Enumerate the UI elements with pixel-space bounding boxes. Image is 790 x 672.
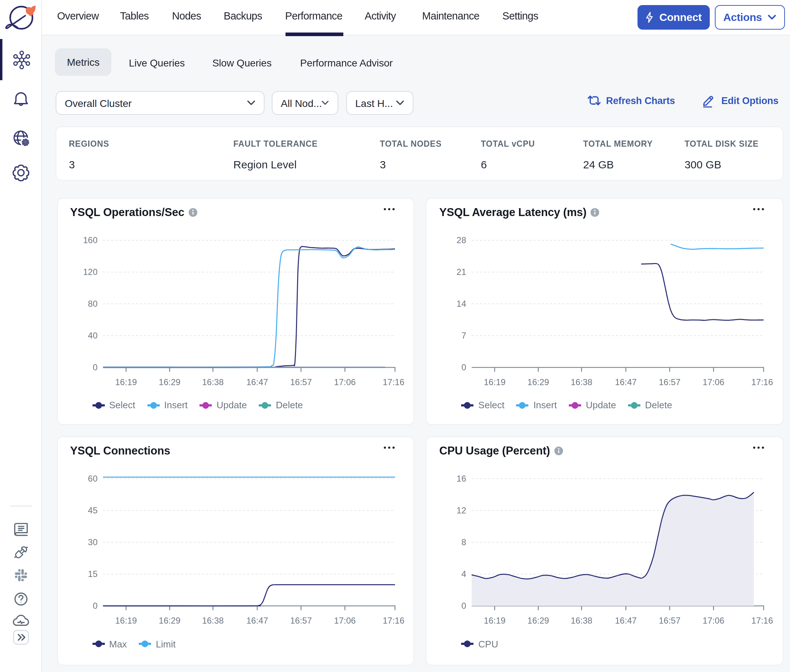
svg-text:16:38: 16:38 [202,377,223,387]
svg-text:120: 120 [83,267,97,277]
svg-text:16:38: 16:38 [571,377,593,387]
svg-text:0: 0 [462,601,466,611]
svg-text:45: 45 [87,506,97,515]
svg-text:17:16: 17:16 [752,377,773,387]
svg-text:16:29: 16:29 [158,377,180,387]
svg-text:16:57: 16:57 [290,377,311,387]
svg-text:16:29: 16:29 [158,616,180,626]
svg-text:16:19: 16:19 [115,616,136,626]
svg-text:17:16: 17:16 [382,616,404,626]
svg-text:17:16: 17:16 [382,377,404,387]
svg-text:4: 4 [462,569,466,579]
svg-text:0: 0 [93,601,97,611]
svg-text:60: 60 [87,474,97,483]
svg-text:16:47: 16:47 [615,616,637,626]
svg-text:40: 40 [87,330,97,340]
svg-text:17:06: 17:06 [333,616,355,626]
svg-text:16:29: 16:29 [528,377,549,387]
svg-text:16:38: 16:38 [202,616,223,626]
svg-text:8: 8 [462,537,466,547]
svg-text:16:57: 16:57 [659,377,681,387]
svg-text:16:19: 16:19 [484,616,506,626]
svg-text:21: 21 [457,267,466,277]
svg-text:80: 80 [87,298,97,308]
svg-text:7: 7 [462,330,466,340]
svg-text:30: 30 [87,537,97,547]
svg-text:16:47: 16:47 [246,616,268,626]
svg-text:160: 160 [83,235,97,245]
svg-text:16:19: 16:19 [484,377,506,387]
svg-text:17:06: 17:06 [333,377,355,387]
svg-text:16:38: 16:38 [571,616,593,626]
svg-text:17:06: 17:06 [703,616,724,626]
svg-text:0: 0 [462,362,466,372]
svg-text:16:57: 16:57 [290,616,311,626]
svg-text:16:29: 16:29 [528,616,549,626]
svg-text:14: 14 [457,298,466,308]
svg-text:16:47: 16:47 [246,377,268,387]
svg-text:0: 0 [93,362,97,372]
svg-text:17:16: 17:16 [752,616,773,626]
svg-text:28: 28 [457,235,466,245]
svg-text:16:19: 16:19 [115,377,136,387]
svg-text:15: 15 [87,569,97,579]
svg-text:17:06: 17:06 [703,377,724,387]
svg-text:16:57: 16:57 [659,616,681,626]
svg-text:16: 16 [457,474,466,483]
svg-text:16:47: 16:47 [615,377,637,387]
svg-text:12: 12 [457,506,466,515]
